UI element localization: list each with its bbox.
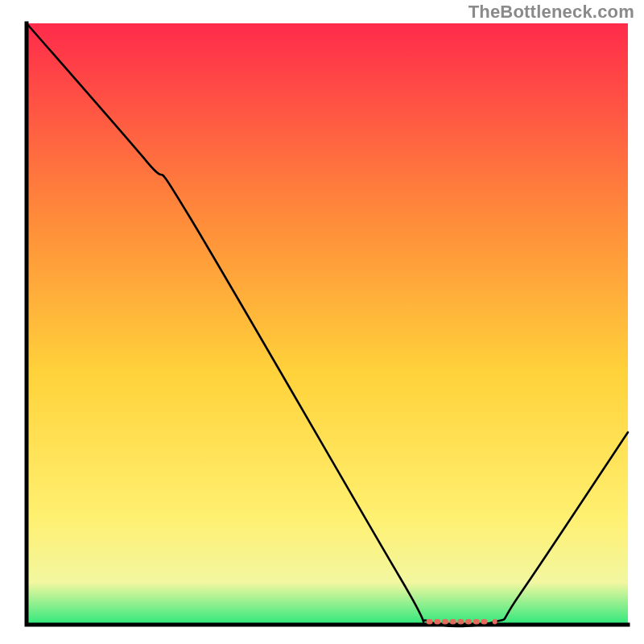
optimum-marker [450, 619, 456, 624]
plot-area [27, 23, 628, 626]
watermark-label: TheBottleneck.com [469, 3, 634, 21]
optimum-marker [465, 619, 472, 624]
optimum-marker [473, 619, 480, 624]
heat-gradient [27, 23, 628, 625]
optimum-marker [442, 619, 448, 624]
optimum-marker [426, 619, 432, 624]
optimum-marker [434, 619, 440, 624]
optimum-marker [457, 619, 464, 624]
optimum-marker [493, 619, 497, 624]
bottleneck-chart [0, 0, 644, 644]
optimum-marker [481, 619, 487, 624]
